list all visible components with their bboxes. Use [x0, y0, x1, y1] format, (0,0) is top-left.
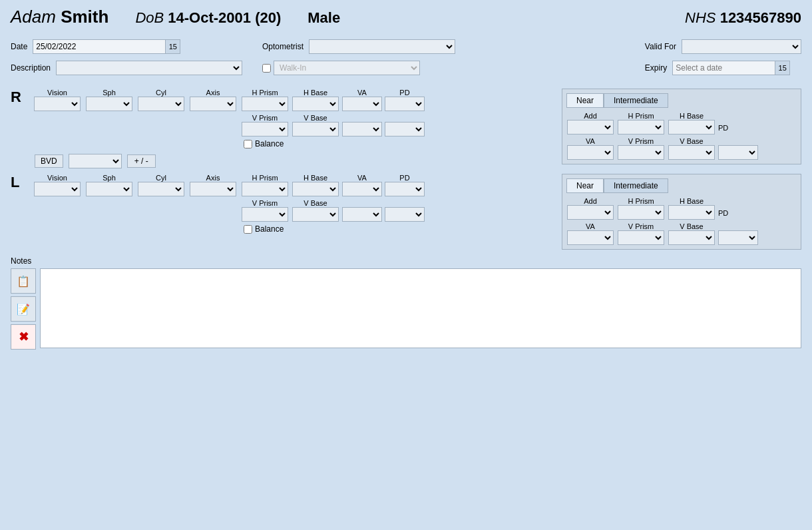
rp-vbase-r-select[interactable] [668, 145, 715, 160]
dob-label: DoB [135, 9, 164, 26]
nhs-number: NHS 1234567890 [685, 9, 801, 27]
va-r-select[interactable] [342, 97, 382, 111]
pd-l-label: PD [399, 174, 409, 182]
rp-va-l-label: VA [586, 222, 595, 230]
vbase-r-select[interactable] [292, 122, 339, 136]
notes-delete-btn[interactable]: ✖ [11, 324, 36, 350]
paste-icon: 📋 [17, 275, 30, 288]
rp-hprism-l-label: H Prism [628, 197, 654, 205]
vprism-r-select[interactable] [242, 122, 288, 136]
balance-r-checkbox[interactable] [244, 140, 252, 148]
date-label: Date [11, 42, 27, 51]
notes-textarea[interactable] [40, 268, 801, 348]
patient-sex: Male [307, 9, 340, 27]
va-l-select[interactable] [342, 182, 382, 196]
hbase-l-label: H Base [304, 174, 327, 182]
balance-r-label: Balance [255, 139, 284, 148]
first-name: Adam [11, 7, 56, 27]
notes-edit-btn[interactable]: 📝 [11, 296, 36, 322]
rp-pd-r-label: PD [718, 124, 728, 132]
vision-r-select[interactable] [34, 97, 81, 111]
rp-hprism-r-select[interactable] [618, 120, 664, 134]
expiry-label: Expiry [645, 63, 667, 73]
rp-hprism-l-select[interactable] [618, 205, 664, 220]
bvd-select[interactable] [69, 154, 122, 168]
vbase-l-select[interactable] [292, 207, 339, 222]
notes-label: Notes [11, 256, 801, 266]
rp-va-r-select[interactable] [567, 145, 614, 160]
vbase-r-label: V Base [304, 114, 327, 122]
intermediate-tab-l[interactable]: Intermediate [604, 178, 668, 193]
vision-l-select[interactable] [34, 182, 81, 196]
balance-l-label: Balance [255, 224, 284, 234]
pd-r-select2[interactable] [385, 122, 425, 136]
bvd-label: BVD [35, 154, 63, 168]
add-r-select[interactable] [567, 120, 614, 134]
plus-minus-btn[interactable]: + / - [127, 154, 156, 168]
date-calendar-btn[interactable]: 15 [166, 39, 180, 54]
add-l-label: Add [584, 197, 597, 205]
last-name: Smith [61, 7, 108, 27]
hprism-l-label: H Prism [252, 174, 278, 182]
notes-paste-btn[interactable]: 📋 [11, 268, 36, 294]
va-r-label: VA [357, 89, 367, 97]
expiry-calendar-btn[interactable]: 15 [775, 61, 790, 75]
balance-l-checkbox[interactable] [244, 225, 252, 234]
eye-l-label: L [11, 174, 29, 191]
rp-hbase-r-select[interactable] [668, 120, 715, 134]
sph-r-select[interactable] [86, 97, 132, 111]
hbase-r-select[interactable] [292, 97, 339, 111]
expiry-input[interactable] [672, 61, 775, 75]
va-l-label: VA [357, 174, 367, 182]
description-select[interactable] [56, 61, 242, 75]
valid-for-label: Valid For [645, 42, 676, 51]
rp-hbase-l-label: H Base [680, 197, 704, 205]
rp-vprism-r-select[interactable] [618, 145, 664, 160]
hprism-l-select[interactable] [242, 182, 288, 196]
pd-l-select[interactable] [385, 182, 425, 196]
rp-pd-r-select[interactable] [718, 145, 758, 160]
vprism-l-label: V Prism [252, 199, 278, 207]
rp-vbase-r-label: V Base [680, 137, 703, 145]
optometrist-select[interactable] [309, 39, 455, 54]
vprism-r-label: V Prism [252, 114, 278, 122]
cyl-l-select[interactable] [138, 182, 184, 196]
rp-va-l-select[interactable] [567, 230, 614, 245]
rp-hbase-l-select[interactable] [668, 205, 715, 220]
sph-l-select[interactable] [86, 182, 132, 196]
rp-vbase-l-label: V Base [680, 222, 703, 230]
axis-r-select[interactable] [190, 97, 236, 111]
pd-l-select2[interactable] [385, 207, 425, 222]
vprism-l-select[interactable] [242, 207, 288, 222]
va-r-select2[interactable] [342, 122, 382, 136]
hbase-r-label: H Base [304, 89, 327, 97]
date-input[interactable] [33, 39, 166, 54]
hbase-l-select[interactable] [292, 182, 339, 196]
rp-vbase-l-select[interactable] [668, 230, 715, 245]
valid-for-select[interactable] [682, 39, 801, 54]
walkin-checkbox[interactable] [262, 64, 271, 73]
description-label: Description [11, 63, 51, 73]
walkin-select[interactable]: Walk-In [274, 61, 420, 75]
va-l-select2[interactable] [342, 207, 382, 222]
near-tab-l[interactable]: Near [566, 178, 604, 193]
rp-vprism-r-label: V Prism [628, 137, 654, 145]
hprism-r-select[interactable] [242, 97, 288, 111]
axis-l-select[interactable] [190, 182, 236, 196]
near-tab-r[interactable]: Near [566, 93, 604, 108]
sph-r-label: Sph [102, 89, 116, 97]
add-l-select[interactable] [567, 205, 614, 220]
pd-r-select[interactable] [385, 97, 425, 111]
delete-icon: ✖ [19, 330, 29, 344]
rp-pd-l-select[interactable] [718, 230, 758, 245]
vision-l-label: Vision [47, 174, 67, 182]
rp-vprism-l-label: V Prism [628, 222, 654, 230]
rp-hbase-r-label: H Base [680, 112, 704, 120]
nhs-value: 1234567890 [720, 9, 801, 26]
dob-value: 14-Oct-2001 (20) [168, 9, 281, 26]
cyl-r-select[interactable] [138, 97, 184, 111]
rp-vprism-l-select[interactable] [618, 230, 664, 245]
nhs-label: NHS [685, 9, 715, 26]
intermediate-tab-r[interactable]: Intermediate [604, 93, 668, 108]
axis-l-label: Axis [206, 174, 220, 182]
